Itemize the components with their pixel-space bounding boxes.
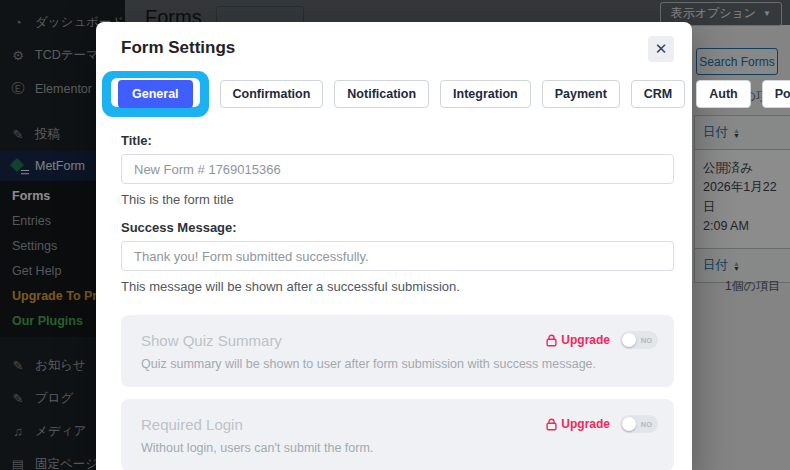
annotation-highlight-ring: General xyxy=(102,71,209,117)
tab-crm[interactable]: CRM xyxy=(631,80,685,108)
annotation-highlight-inner: General xyxy=(111,78,200,107)
upgrade-label: Upgrade xyxy=(561,417,610,431)
tab-auth[interactable]: Auth xyxy=(696,80,750,108)
card-actions: Upgrade NO xyxy=(546,415,658,433)
close-icon[interactable]: ✕ xyxy=(648,36,674,62)
title-field-help: This is the form title xyxy=(121,192,674,207)
card-description: Quiz summary will be shown to user after… xyxy=(141,357,654,371)
toggle-switch[interactable]: NO xyxy=(620,331,658,349)
setting-card-show-quiz-summary: Show Quiz Summary Quiz summary will be s… xyxy=(121,315,674,387)
modal-header: Form Settings ✕ xyxy=(121,36,674,62)
upgrade-link[interactable]: Upgrade xyxy=(546,417,610,431)
toggle-knob xyxy=(622,417,636,431)
tab-general[interactable]: General xyxy=(118,80,193,108)
toggle-state-label: NO xyxy=(641,336,652,345)
tab-confirmation[interactable]: Confirmation xyxy=(220,80,324,108)
wordpress-admin-screen: ◔ ダッシュボード ⚙ TCDテーマ Ⓔ Elementor ✎ 投稿 MetF… xyxy=(0,0,790,470)
card-actions: Upgrade NO xyxy=(546,331,658,349)
success-message-help: This message will be shown after a succe… xyxy=(121,279,674,294)
upgrade-link[interactable]: Upgrade xyxy=(546,333,610,347)
lock-icon xyxy=(546,334,557,347)
upgrade-label: Upgrade xyxy=(561,333,610,347)
tab-integration[interactable]: Integration xyxy=(440,80,531,108)
toggle-state-label: NO xyxy=(641,420,652,429)
lock-icon xyxy=(546,418,557,431)
tab-notification[interactable]: Notification xyxy=(334,80,429,108)
card-description: Without login, users can't submit the fo… xyxy=(141,441,654,455)
success-message-input[interactable] xyxy=(121,241,674,271)
setting-card-required-login: Required Login Without login, users can'… xyxy=(121,399,674,470)
settings-tabs: General Confirmation Notification Integr… xyxy=(102,64,674,124)
toggle-switch[interactable]: NO xyxy=(620,415,658,433)
title-input[interactable] xyxy=(121,154,674,184)
tab-post[interactable]: Post xyxy=(762,80,790,108)
form-settings-modal: Form Settings ✕ General Confirmation Not… xyxy=(96,22,692,470)
toggle-knob xyxy=(622,333,636,347)
title-field-label: Title: xyxy=(121,133,674,148)
success-message-label: Success Message: xyxy=(121,220,674,235)
modal-title: Form Settings xyxy=(121,36,235,58)
tab-payment[interactable]: Payment xyxy=(542,80,620,108)
